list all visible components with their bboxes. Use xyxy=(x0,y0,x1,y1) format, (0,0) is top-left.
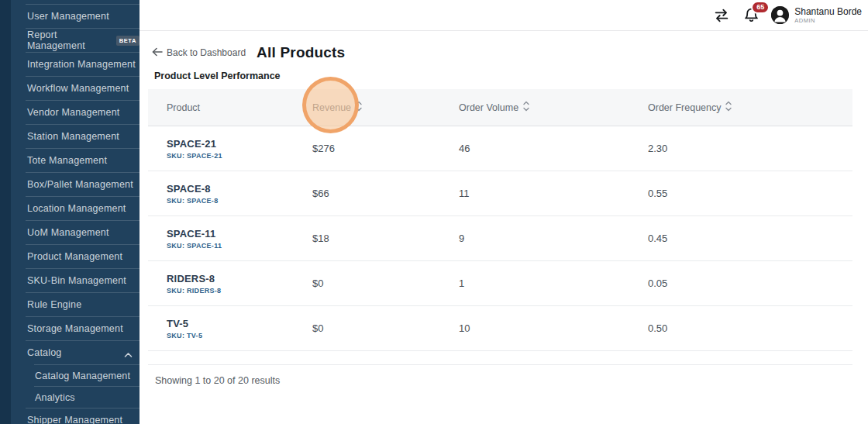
notifications-bell-icon[interactable]: 65 xyxy=(742,6,760,25)
table-row[interactable]: SPACE-8SKU: SPACE-8 $66 11 0.55 xyxy=(148,171,852,216)
sidebar-nav: User Management Report ManagementBETA In… xyxy=(0,2,140,424)
product-sku: SKU: RIDERS-8 xyxy=(167,287,312,295)
sidebar-item-storage-management[interactable]: Storage Management xyxy=(0,317,140,340)
product-sku: SKU: TV-5 xyxy=(167,332,312,340)
sidebar-item-location-management[interactable]: Location Management xyxy=(0,197,140,220)
sort-icon xyxy=(523,101,529,114)
sidebar-item-catalog-management[interactable]: Catalog Management xyxy=(0,365,140,386)
table-row[interactable]: RIDERS-8SKU: RIDERS-8 $0 1 0.05 xyxy=(148,261,852,306)
revenue-value: $66 xyxy=(312,188,459,199)
sidebar-item-sku-bin-management[interactable]: SKU-Bin Management xyxy=(0,269,140,292)
sidebar-item-product-management[interactable]: Product Management xyxy=(0,245,140,268)
sidebar-item-shipper-management[interactable]: Shipper Management xyxy=(0,408,140,424)
order-frequency-value: 0.50 xyxy=(648,322,852,334)
revenue-value: $0 xyxy=(312,322,459,334)
order-frequency-value: 0.55 xyxy=(648,188,852,199)
column-header-product: Product xyxy=(148,102,312,113)
product-name: RIDERS-8 xyxy=(167,273,312,284)
order-volume-value: 11 xyxy=(459,188,648,199)
product-sku: SKU: SPACE-11 xyxy=(167,242,312,250)
sidebar-item-integration-management[interactable]: Integration Management xyxy=(0,53,140,76)
sidebar-item-tote-management[interactable]: Tote Management xyxy=(0,149,140,172)
table-header-row: Product Revenue Order Volume Order Frequ… xyxy=(148,89,852,126)
order-frequency-value: 0.45 xyxy=(648,233,852,244)
order-volume-value: 10 xyxy=(459,322,648,334)
user-role: ADMIN xyxy=(794,17,862,24)
sort-icon xyxy=(725,101,732,114)
product-name: TV-5 xyxy=(167,318,312,329)
product-sku: SKU: SPACE-8 xyxy=(167,197,312,205)
user-name: Shantanu Borde xyxy=(794,6,862,17)
product-performance-table: Product Revenue Order Volume Order Frequ… xyxy=(148,89,852,386)
column-header-order-frequency[interactable]: Order Frequency xyxy=(648,101,852,114)
section-title: Product Level Performance xyxy=(154,71,868,81)
sidebar: User Management Report ManagementBETA In… xyxy=(0,0,140,424)
results-summary: Showing 1 to 20 of 20 results xyxy=(148,365,852,386)
user-avatar-icon xyxy=(771,6,789,24)
top-header: 65 Shantanu Borde ADMIN xyxy=(140,0,868,31)
order-volume-value: 46 xyxy=(459,143,648,154)
sidebar-item-user-management[interactable]: User Management xyxy=(0,5,140,28)
sidebar-item-vendor-management[interactable]: Vendor Management xyxy=(0,101,140,124)
product-sku: SKU: SPACE-21 xyxy=(167,152,312,160)
revenue-value: $0 xyxy=(312,277,459,289)
swap-icon[interactable] xyxy=(712,6,731,25)
chevron-up-icon xyxy=(124,350,133,360)
sidebar-item-station-management[interactable]: Station Management xyxy=(0,125,140,148)
page-title: All Products xyxy=(257,44,345,61)
revenue-value: $18 xyxy=(312,233,459,244)
revenue-highlight-beacon[interactable] xyxy=(302,77,359,133)
table-row[interactable]: SPACE-21SKU: SPACE-21 $276 46 2.30 xyxy=(148,126,852,171)
product-name: SPACE-8 xyxy=(167,183,312,195)
sidebar-item-rule-engine[interactable]: Rule Engine xyxy=(0,293,140,316)
order-frequency-value: 0.05 xyxy=(648,277,852,289)
sidebar-item-catalog[interactable]: Catalog xyxy=(0,341,140,364)
back-to-dashboard-link[interactable]: Back to Dashboard xyxy=(152,47,246,59)
back-arrow-icon xyxy=(152,47,163,59)
product-name: SPACE-21 xyxy=(167,138,312,150)
main-area: 65 Shantanu Borde ADMIN Back to Dashboar… xyxy=(140,0,868,424)
table-row[interactable]: TV-5SKU: TV-5 $0 10 0.50 xyxy=(148,306,852,351)
table-row[interactable]: SPACE-11SKU: SPACE-11 $18 9 0.45 xyxy=(148,216,852,261)
product-name: SPACE-11 xyxy=(167,228,312,240)
order-frequency-value: 2.30 xyxy=(648,143,852,154)
order-volume-value: 1 xyxy=(459,277,648,289)
sidebar-item-box-pallet-management[interactable]: Box/Pallet Management xyxy=(0,173,140,196)
column-header-order-volume[interactable]: Order Volume xyxy=(459,101,648,114)
table-bottom-border xyxy=(148,351,852,365)
sidebar-item-analytics[interactable]: Analytics xyxy=(0,387,140,408)
notification-count-badge: 65 xyxy=(751,1,770,14)
sidebar-item-uom-management[interactable]: UoM Management xyxy=(0,221,140,244)
user-menu[interactable]: Shantanu Borde ADMIN xyxy=(771,6,862,24)
breadcrumb: Back to Dashboard All Products xyxy=(140,31,868,61)
revenue-value: $276 xyxy=(312,143,459,154)
order-volume-value: 9 xyxy=(459,233,648,244)
sidebar-item-report-management[interactable]: Report ManagementBETA xyxy=(0,29,140,52)
sidebar-item-workflow-management[interactable]: Workflow Management xyxy=(0,77,140,100)
beta-badge: BETA xyxy=(116,36,140,46)
